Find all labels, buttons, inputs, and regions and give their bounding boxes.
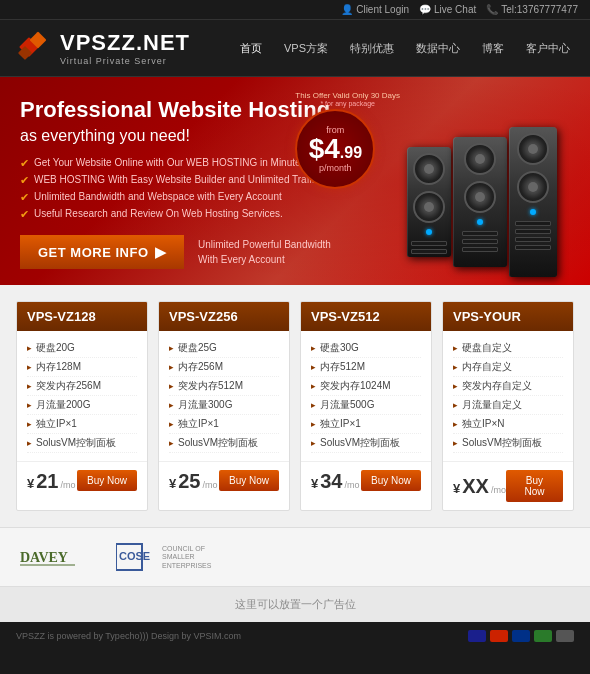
server-fan-2 [413,191,445,223]
hero-content: Professional Website Hosting as everythi… [20,97,340,269]
server-fan-6 [517,171,549,203]
server-images [407,85,582,277]
plan-name-vz256: VPS-VZ256 [159,302,289,331]
arrow-icon: ▶ [155,244,167,260]
plan-card-your: VPS-YOUR 硬盘自定义 内存自定义 突发内存自定义 月流量自定义 独立IP… [442,301,574,511]
top-bar: 👤 Client Login 💬 Live Chat 📞 Tel:1376777… [0,0,590,20]
hero-subtitle: as everything you need! [20,127,340,145]
logo-text: VPSZZ.NET Virtual Private Server [60,30,190,66]
svg-text:DAVEY: DAVEY [20,550,68,565]
server-led [426,229,432,235]
client-login-link[interactable]: 👤 Client Login [341,4,409,15]
hero-cta-row: GET MORE INFO ▶ Unlimited Powerful Bandw… [20,235,340,269]
cose-logo-image: COSE [116,542,156,572]
logo-area: VPSZZ.NET Virtual Private Server [16,30,190,66]
mastercard-icon [490,630,508,642]
server-led-3 [530,209,536,215]
visa-icon [468,630,486,642]
plans-section: VPS-VZ128 硬盘20G 内存128M 突发内存256M 月流量200G … [0,285,590,527]
plan-features-vz256: 硬盘25G 内存256M 突发内存512M 月流量300G 独立IP×1 Sol… [159,331,289,461]
cose-sub: COUNCIL OF SMALLER ENTERPRISES [162,545,232,570]
partner-cose: COSE COUNCIL OF SMALLER ENTERPRISES [116,542,232,572]
plan-name-vz128: VPS-VZ128 [17,302,147,331]
server-tower-3 [509,127,557,277]
paypal-icon [512,630,530,642]
plan-price-vz256: ¥ 25 /mo [169,471,218,491]
server-tower-1 [407,147,451,257]
feature-4: Useful Research and Review On Web Hostin… [20,208,340,221]
brand-tagline: Virtual Private Server [60,56,190,66]
ad-text: 这里可以放置一个广告位 [235,598,356,610]
server-led-2 [477,219,483,225]
buy-button-your[interactable]: Buy Now [506,470,563,502]
plan-price-vz128: ¥ 21 /mo [27,471,76,491]
plan-name-vz512: VPS-VZ512 [301,302,431,331]
plan-footer-vz512: ¥ 34 /mo Buy Now [301,461,431,499]
chat-icon: 💬 [419,4,431,15]
plan-features-vz512: 硬盘30G 内存512M 突发内存1024M 月流量500G 独立IP×1 So… [301,331,431,461]
plan-card-vz128: VPS-VZ128 硬盘20G 内存128M 突发内存256M 月流量200G … [16,301,148,511]
nav-client[interactable]: 客户中心 [522,39,574,58]
user-icon: 👤 [341,4,353,15]
live-chat-link[interactable]: 💬 Live Chat [419,4,476,15]
plan-card-vz256: VPS-VZ256 硬盘25G 内存256M 突发内存512M 月流量300G … [158,301,290,511]
nav-vps[interactable]: VPS方案 [280,39,332,58]
davey-logo-image: DAVEY [20,542,80,572]
nav-blog[interactable]: 博客 [478,39,508,58]
price-circle: from $4.99 p/month [295,109,375,189]
payment-icons [468,630,574,642]
tel-info: 📞 Tel:13767777477 [486,4,578,15]
server-fan-3 [464,143,496,175]
plan-features-your: 硬盘自定义 内存自定义 突发内存自定义 月流量自定义 独立IP×N SolusV… [443,331,573,461]
price-badge: This Offer Valid Only 30 Days * for any … [295,91,400,189]
partners-section: DAVEY COSE COUNCIL OF SMALLER ENTERPRISE… [0,527,590,586]
brand-name: VPSZZ.NET [60,30,190,56]
plan-footer-your: ¥ XX /mo Buy Now [443,461,573,510]
server-slots [411,241,447,254]
nav-home[interactable]: 首页 [236,39,266,58]
server-fan [413,153,445,185]
offer-note: This Offer Valid Only 30 Days * for any … [295,91,400,107]
get-more-info-button[interactable]: GET MORE INFO ▶ [20,235,184,269]
plan-name-your: VPS-YOUR [443,302,573,331]
plan-footer-vz256: ¥ 25 /mo Buy Now [159,461,289,499]
plan-footer-vz128: ¥ 21 /mo Buy Now [17,461,147,499]
feature-1: Get Your Website Online with Our WEB HOS… [20,157,340,170]
hero-banner: Professional Website Hosting as everythi… [0,77,590,285]
partner-davey: DAVEY [20,542,86,572]
buy-button-vz256[interactable]: Buy Now [219,470,279,491]
server-tower-2 [453,137,507,267]
footer-text: VPSZZ is powered by Typecho))) Design by… [16,631,241,641]
server-fan-4 [464,181,496,213]
hero-title: Professional Website Hosting [20,97,340,123]
ad-banner: 这里可以放置一个广告位 [0,586,590,622]
server-slots-2 [462,231,498,252]
header: VPSZZ.NET Virtual Private Server 首页 VPS方… [0,20,590,77]
plan-price-your: ¥ XX /mo [453,476,506,496]
nav-offers[interactable]: 特别优惠 [346,39,398,58]
plan-card-vz512: VPS-VZ512 硬盘30G 内存512M 突发内存1024M 月流量500G… [300,301,432,511]
main-nav: 首页 VPS方案 特别优惠 数据中心 博客 客户中心 [236,39,574,58]
plan-features-vz128: 硬盘20G 内存128M 突发内存256M 月流量200G 独立IP×1 Sol… [17,331,147,461]
secure-icon [556,630,574,642]
footer: VPSZZ is powered by Typecho))) Design by… [0,622,590,650]
feature-2: WEB HOSTING With Easy Website Builder an… [20,174,340,187]
hero-features: Get Your Website Online with Our WEB HOS… [20,157,340,221]
server-fan-5 [517,133,549,165]
hero-cta-text: Unlimited Powerful Bandwidth With Every … [198,237,331,267]
plan-price-vz512: ¥ 34 /mo [311,471,360,491]
svg-text:COSE: COSE [119,550,150,562]
buy-button-vz512[interactable]: Buy Now [361,470,421,491]
phone-icon: 📞 [486,4,498,15]
feature-3: Unlimited Bandwidth and Webspace with Ev… [20,191,340,204]
price-value: $4.99 [309,135,362,163]
buy-button-vz128[interactable]: Buy Now [77,470,137,491]
server-slots-3 [515,221,551,250]
ssl-icon [534,630,552,642]
logo-icon [16,30,52,66]
nav-datacenter[interactable]: 数据中心 [412,39,464,58]
